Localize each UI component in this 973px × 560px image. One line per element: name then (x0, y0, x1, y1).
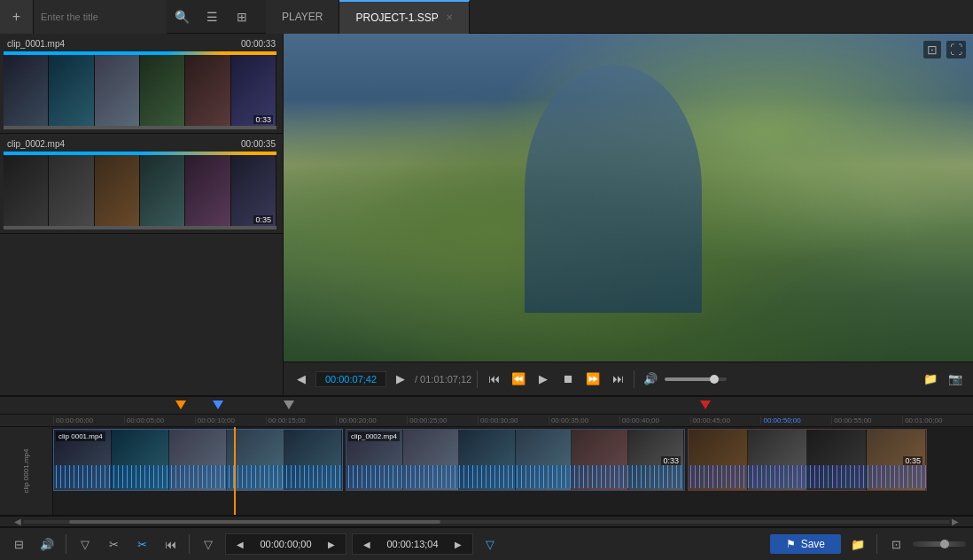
step-back-button[interactable]: ⏮ (483, 369, 504, 390)
video-track-row: clip 0001.mp4 clip 0001.mp4 clip_000 (0, 427, 973, 516)
duration-prev-button[interactable]: ◀ (356, 533, 378, 555)
tick-6: 00:00:30;00 (478, 416, 549, 424)
bottom-bar: ⊟ 🔊 ▽ ✂ ✂ ⏮ ▽ ◀ 00:00:00;00 ▶ ◀ 00:00:13… (0, 526, 973, 560)
add-button[interactable]: + (0, 0, 34, 34)
horizontal-scrollbar[interactable]: ◀ ▶ (0, 516, 973, 526)
snapshot-icon[interactable]: 📷 (945, 369, 966, 390)
tick-5: 00:00:25;00 (407, 416, 478, 424)
trim-icon[interactable]: ✂ (130, 533, 153, 556)
control-separator-2 (634, 370, 634, 388)
left-panel: clip_0001.mp4 00:00:33 0:33 cl (0, 34, 284, 395)
timeline-clip-1[interactable]: clip 0001.mp4 (53, 429, 343, 491)
tick-10: 00:00:50;00 (760, 416, 831, 424)
clip-duration-2: 00:00:35 (241, 139, 276, 149)
waveform-inner-2 (346, 465, 684, 488)
next-frame-button[interactable]: ▶ (390, 369, 411, 390)
storyboard-icon[interactable]: ⊟ (7, 533, 30, 556)
total-time-display: / 01:01:07;12 (415, 374, 471, 385)
zoom-slider[interactable] (913, 541, 966, 547)
video-preview: ⊡ ⛶ (284, 34, 973, 362)
step-fwd-button[interactable]: ⏭ (607, 369, 628, 390)
tab-player[interactable]: PLAYER (266, 0, 339, 34)
frame-fwd-button[interactable]: ⏩ (582, 369, 603, 390)
playhead-triangle (175, 401, 186, 409)
thumb-cell-2-4 (140, 152, 185, 229)
frame-back-button[interactable]: ⏪ (508, 369, 529, 390)
thumb-cell-1-4 (140, 51, 185, 129)
thumb-cell-2-3 (95, 152, 140, 229)
current-time-display: 00:00:07;42 (315, 371, 386, 387)
duration-display: 00:00:13;04 (379, 539, 446, 549)
tick-1: 00:00:05;00 (124, 416, 195, 424)
filter3-icon[interactable]: ▽ (479, 533, 502, 556)
scroll-thumb[interactable] (69, 520, 440, 524)
thumb-bar-bottom-2 (4, 226, 276, 229)
layout-icon[interactable]: ⊡ (884, 533, 907, 556)
timeline-clip-2[interactable]: clip_0002.mp4 0:33 (346, 429, 685, 491)
tick-3: 00:00:15;00 (266, 416, 337, 424)
fullscreen-icon[interactable]: ⛶ (946, 41, 966, 58)
list-view-icon[interactable]: ☰ (197, 0, 227, 34)
thumb-cell-2-5 (185, 152, 230, 229)
cut-icon[interactable]: ✂ (102, 533, 125, 556)
clip-tool-icon[interactable]: ⏮ (159, 533, 182, 556)
clip-duration-1: 00:00:33 (241, 39, 276, 49)
out-point-marker (284, 401, 294, 409)
video-track-label: clip 0001.mp4 (0, 427, 53, 515)
filter-icon[interactable]: ▽ (74, 533, 97, 556)
clip-header-2: clip_0002.mp4 00:00:35 (4, 137, 279, 152)
video-track-content[interactable]: clip 0001.mp4 clip_0002.mp4 (53, 427, 973, 515)
waveform-inner-3 (689, 465, 926, 488)
timeline-ruler: 00:00:00;00 00:00:05;00 00:00:10;00 00:0… (0, 415, 973, 427)
playback-timecode-control: ◀ 00:00:00;00 ▶ (225, 533, 346, 555)
main-area: clip_0001.mp4 00:00:33 0:33 cl (0, 34, 973, 395)
stop-button[interactable]: ⏹ (557, 369, 579, 390)
volume-icon[interactable]: 🔊 (640, 369, 661, 390)
video-corner-buttons: ⊡ ⛶ (923, 41, 966, 58)
timecode-next-button[interactable]: ▶ (321, 533, 342, 555)
clip-header-1: clip_0001.mp4 00:00:33 (4, 37, 279, 51)
clip-thumb-1: 0:33 (4, 51, 276, 129)
clip-name-1: clip_0001.mp4 (7, 39, 65, 49)
timeline-clip-1-waveform (54, 465, 342, 488)
clip-item-2[interactable]: clip_0002.mp4 00:00:35 0:35 (0, 134, 283, 234)
fit-window-icon[interactable]: ⊡ (923, 41, 941, 58)
duration-next-button[interactable]: ▶ (448, 533, 469, 555)
timeline-area: 00:00:00;00 00:00:05;00 00:00:10;00 00:0… (0, 395, 973, 516)
thumb-bar-top-2 (4, 152, 276, 155)
thumb-duration-1: 0:33 (253, 115, 273, 124)
in-point-marker (213, 401, 223, 409)
title-input[interactable] (34, 0, 167, 34)
timecode-prev-button[interactable]: ◀ (230, 533, 251, 555)
timeline-marks-row (0, 397, 973, 415)
search-icon[interactable]: 🔍 (167, 0, 197, 34)
bottom-sep-2 (189, 534, 190, 554)
video-background (284, 34, 973, 362)
thumb-cell-1-1 (4, 51, 49, 129)
scroll-left-arrow[interactable]: ◀ (12, 517, 23, 526)
prev-frame-button[interactable]: ◀ (291, 369, 312, 390)
clip-item-1[interactable]: clip_0001.mp4 00:00:33 0:33 (0, 34, 283, 134)
clip2-marker (700, 401, 711, 409)
save-button[interactable]: ⚑ Save (770, 534, 841, 554)
timeline-clip-3[interactable]: 0:35 (688, 429, 927, 491)
audio-icon[interactable]: 🔊 (35, 533, 58, 556)
ruler-ticks: 00:00:00;00 00:00:05;00 00:00:10;00 00:0… (53, 416, 973, 424)
filter2-icon[interactable]: ▽ (197, 533, 220, 556)
scroll-right-arrow[interactable]: ▶ (950, 517, 961, 526)
tick-0: 00:00:00;00 (53, 416, 124, 424)
output-folder-icon[interactable]: 📁 (846, 533, 869, 556)
clip-thumb-2: 0:35 (4, 152, 276, 229)
zoom-knob (940, 540, 949, 548)
save-label: Save (801, 538, 825, 550)
grid-view-icon[interactable]: ⊞ (227, 0, 257, 34)
volume-slider[interactable] (665, 377, 727, 381)
play-button[interactable]: ▶ (533, 369, 554, 390)
player-area: ⊡ ⛶ ◀ 00:00:07;42 ▶ / 01:01:07;12 ⏮ ⏪ ▶ … (284, 34, 973, 395)
thumb-duration-2: 0:35 (253, 215, 273, 224)
tick-8: 00:00:40;00 (619, 416, 690, 424)
tab-close-icon[interactable]: ✕ (446, 12, 453, 22)
tab-project[interactable]: PROJECT-1.SSP ✕ (339, 0, 469, 34)
export-icon[interactable]: 📁 (920, 369, 941, 390)
scroll-track[interactable] (23, 520, 950, 524)
